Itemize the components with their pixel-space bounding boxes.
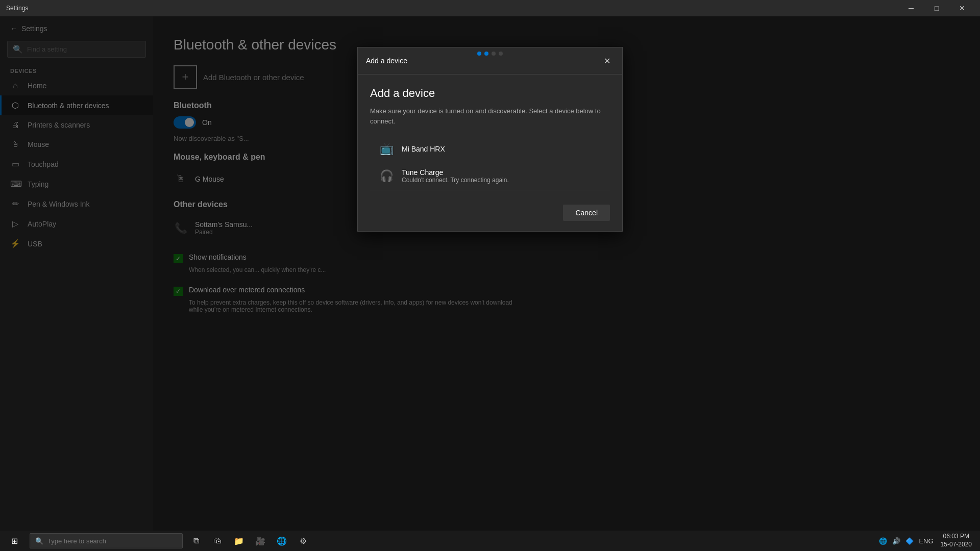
settings-icon: ⚙	[300, 536, 307, 546]
dialog-overlay: Add a device ✕ Add a device Make sure yo…	[0, 16, 980, 531]
store-icon: 🛍	[213, 536, 222, 545]
miband-name: Mi Band HRX	[402, 145, 445, 153]
dialog-description: Make sure your device is turned on and d…	[370, 106, 610, 126]
taskbar-search-icon: 🔍	[35, 537, 43, 545]
network-icon: 🌐	[877, 537, 889, 545]
dialog-close-button[interactable]: ✕	[600, 54, 614, 68]
chrome-icon: 🌐	[277, 536, 287, 546]
taskbar-zoom-button[interactable]: 🎥	[250, 531, 271, 551]
dot-1	[477, 52, 481, 56]
zoom-icon: 🎥	[255, 536, 265, 546]
taskbar-chrome-button[interactable]: 🌐	[272, 531, 292, 551]
files-icon: 📁	[234, 536, 244, 546]
tunecharge-icon: 🎧	[378, 169, 395, 183]
title-bar-title: Settings	[6, 5, 28, 12]
title-bar: Settings ─ □ ✕	[0, 0, 980, 16]
dialog-title: Add a device	[366, 57, 407, 65]
dialog-device-miband[interactable]: 📺 Mi Band HRX	[370, 136, 610, 162]
start-button[interactable]: ⊞	[2, 531, 27, 551]
task-view-button[interactable]: ⧉	[186, 531, 206, 551]
lang-label: ENG	[917, 537, 935, 545]
task-view-icon: ⧉	[193, 536, 199, 545]
volume-icon: 🔊	[890, 537, 902, 545]
taskbar-files-button[interactable]: 📁	[229, 531, 249, 551]
cancel-button[interactable]: Cancel	[563, 205, 610, 221]
start-icon: ⊞	[11, 536, 18, 546]
taskbar-store-button[interactable]: 🛍	[207, 531, 228, 551]
taskbar: ⊞ 🔍 Type here to search ⧉ 🛍 📁 🎥 🌐 ⚙ 🌐 🔊 …	[0, 531, 980, 551]
taskbar-clock[interactable]: 06:03 PM 15-07-2020	[937, 533, 976, 548]
progress-dots	[477, 52, 503, 56]
close-button[interactable]: ✕	[950, 0, 974, 16]
minimize-button[interactable]: ─	[899, 0, 923, 16]
taskbar-search[interactable]: 🔍 Type here to search	[30, 533, 183, 548]
tunecharge-name: Tune Charge	[402, 168, 509, 177]
bluetooth-sys-icon: 🔷	[903, 537, 916, 545]
maximize-button[interactable]: □	[925, 0, 948, 16]
dot-2	[484, 52, 488, 56]
taskbar-settings-button[interactable]: ⚙	[293, 531, 313, 551]
miband-icon: 📺	[378, 142, 395, 156]
clock-date: 15-07-2020	[941, 541, 972, 549]
title-bar-controls: ─ □ ✕	[899, 0, 974, 16]
dialog-footer: Cancel	[358, 198, 622, 231]
add-device-dialog: Add a device ✕ Add a device Make sure yo…	[357, 47, 623, 232]
dot-3	[492, 52, 496, 56]
dialog-heading: Add a device	[370, 87, 610, 100]
dialog-device-tunecharge[interactable]: 🎧 Tune Charge Couldn't connect. Try conn…	[370, 162, 610, 190]
taskbar-right: 🌐 🔊 🔷 ENG 06:03 PM 15-07-2020	[877, 533, 978, 548]
dot-4	[499, 52, 503, 56]
dialog-body: Add a device Make sure your device is tu…	[358, 74, 622, 198]
clock-time: 06:03 PM	[943, 533, 969, 541]
tunecharge-status: Couldn't connect. Try connecting again.	[402, 177, 509, 184]
taskbar-search-placeholder: Type here to search	[47, 537, 106, 545]
